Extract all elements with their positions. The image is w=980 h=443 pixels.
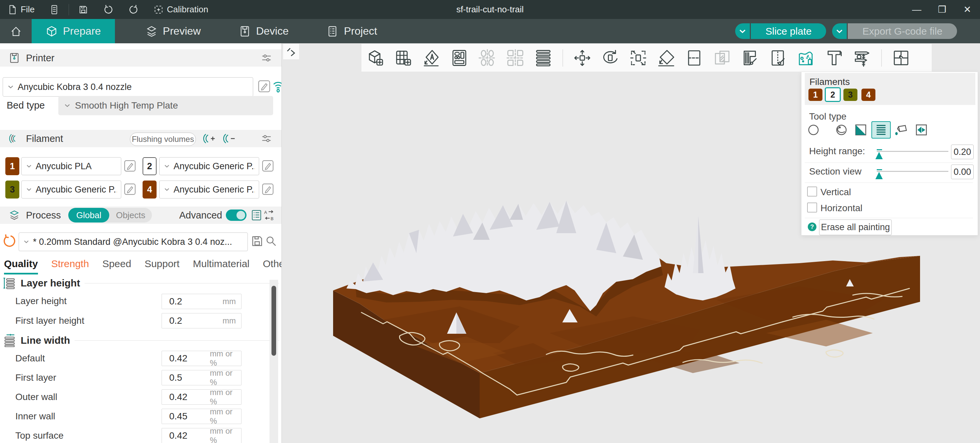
auto-orient-button[interactable] <box>417 49 445 67</box>
filament-3-swatch[interactable]: 3 <box>5 181 19 198</box>
export-gcode-button[interactable]: Export G-code file <box>848 23 957 39</box>
filament-2-select[interactable]: Anycubic Generic P... <box>159 157 259 175</box>
tool-sphere-brush[interactable] <box>834 122 849 137</box>
cut-button[interactable] <box>680 49 708 67</box>
text-tool-button[interactable] <box>820 49 848 67</box>
tool-circle-brush[interactable] <box>806 122 821 137</box>
color-painting-button[interactable] <box>792 49 820 67</box>
tab-multimaterial[interactable]: Multimaterial <box>193 258 250 275</box>
search-settings-button[interactable] <box>264 235 278 248</box>
process-scope-global[interactable]: Global <box>68 208 109 222</box>
height-range-input[interactable] <box>952 146 973 157</box>
slice-plate-dropdown[interactable] <box>735 23 750 39</box>
value-input[interactable] <box>162 315 210 326</box>
support-painting-button[interactable] <box>736 49 764 67</box>
seam-painting-button[interactable] <box>764 49 792 67</box>
parameter-list-icon[interactable] <box>250 209 262 221</box>
compare-ab-icon[interactable]: AB <box>263 209 275 221</box>
edit-filament-1-button[interactable] <box>123 159 137 173</box>
tab-project[interactable]: Project <box>312 19 391 43</box>
reset-profile-button[interactable] <box>2 234 17 248</box>
file-menu[interactable]: File <box>0 0 42 19</box>
filament-settings-icon[interactable] <box>261 133 272 144</box>
edit-filament-3-button[interactable] <box>123 183 137 196</box>
height-range-slider-thumb[interactable] <box>875 152 883 159</box>
printer-select[interactable]: Anycubic Kobra 3 0.4 nozzle <box>3 77 253 97</box>
rotate-button[interactable] <box>596 49 624 67</box>
tab-support[interactable]: Support <box>145 258 180 275</box>
slice-plate-button[interactable]: Slice plate <box>751 23 826 39</box>
remove-filament-button[interactable] <box>223 132 236 145</box>
tab-strength[interactable]: Strength <box>51 258 89 275</box>
undo-button[interactable] <box>95 0 121 19</box>
printer-settings-icon[interactable] <box>261 52 272 64</box>
tool-bucket-fill[interactable] <box>894 122 909 137</box>
height-range-slider[interactable] <box>877 151 948 152</box>
notes-menu[interactable] <box>42 0 67 19</box>
redo-button[interactable] <box>121 0 146 19</box>
maximize-button[interactable]: ❐ <box>929 0 955 19</box>
measure-button[interactable] <box>848 49 876 67</box>
filament-4-swatch[interactable]: 4 <box>143 181 157 198</box>
move-button[interactable] <box>568 49 596 67</box>
calibration-menu[interactable]: Calibration <box>146 0 216 19</box>
advanced-toggle[interactable] <box>226 210 247 221</box>
edit-filament-4-button[interactable] <box>261 183 274 196</box>
tool-gap-fill[interactable] <box>914 122 929 137</box>
value-input[interactable] <box>162 430 210 441</box>
add-object-button[interactable] <box>361 49 390 67</box>
value-input[interactable] <box>162 372 210 383</box>
save-profile-button[interactable] <box>250 235 264 248</box>
section-view-slider-thumb[interactable] <box>875 172 883 179</box>
filament-1-swatch[interactable]: 1 <box>5 157 19 175</box>
erase-all-painting-button[interactable]: Erase all painting <box>819 219 892 235</box>
section-view-slider[interactable] <box>877 171 948 172</box>
value-input[interactable] <box>162 411 210 422</box>
filament-2-swatch[interactable]: 2 <box>143 157 157 175</box>
export-gcode-dropdown[interactable] <box>832 23 847 39</box>
paint-filament-2-selected[interactable]: 2 <box>825 87 841 102</box>
assembly-view-button[interactable] <box>887 49 915 67</box>
horizontal-checkbox[interactable] <box>807 203 817 213</box>
edit-printer-button[interactable] <box>257 79 271 93</box>
close-button[interactable]: ✕ <box>955 0 980 19</box>
save-button[interactable] <box>71 0 95 19</box>
sidebar-scrollbar-thumb[interactable] <box>272 286 276 356</box>
section-view-input[interactable] <box>952 167 973 178</box>
tab-preview[interactable]: Preview <box>132 19 215 43</box>
paint-filament-3[interactable]: 3 <box>843 89 858 101</box>
collapse-sidebar-button[interactable] <box>283 44 299 59</box>
process-profile-select[interactable]: * 0.20mm Standard @Anycubic Kobra 3 0.4 … <box>19 232 248 251</box>
add-plate-button[interactable] <box>390 49 417 67</box>
minimize-button[interactable]: — <box>904 0 929 19</box>
tool-height-range[interactable] <box>872 121 891 138</box>
bed-type-select[interactable]: Smooth High Temp Plate <box>58 96 273 115</box>
tab-speed[interactable]: Speed <box>102 258 131 275</box>
printer-wifi-button[interactable] <box>272 79 282 93</box>
arrange-button[interactable] <box>445 49 473 67</box>
tool-fill-triangle[interactable] <box>853 122 868 137</box>
process-scope-objects[interactable]: Objects <box>109 210 152 221</box>
vertical-checkbox[interactable] <box>807 187 817 197</box>
tab-prepare[interactable]: Prepare <box>32 19 115 43</box>
filament-3-select[interactable]: Anycubic Generic P... <box>21 181 121 198</box>
lay-on-face-button[interactable] <box>652 49 680 67</box>
mesh-boolean-button[interactable] <box>708 49 736 67</box>
tab-quality[interactable]: Quality <box>4 258 38 275</box>
flushing-volumes-button[interactable]: Flushing volumes <box>130 133 196 146</box>
edit-filament-2-button[interactable] <box>261 159 274 173</box>
filament-4-select[interactable]: Anycubic Generic P... <box>159 181 259 198</box>
value-input[interactable] <box>162 353 210 364</box>
value-input[interactable] <box>162 296 210 307</box>
variable-layer-height-button[interactable] <box>529 49 557 67</box>
tab-others[interactable]: Others <box>263 258 282 275</box>
split-to-objects-button[interactable] <box>473 49 501 67</box>
paint-filament-1[interactable]: 1 <box>808 89 822 101</box>
scale-button[interactable] <box>624 49 652 67</box>
home-button[interactable] <box>0 19 32 43</box>
tab-device[interactable]: Device <box>225 19 303 43</box>
split-to-parts-button[interactable] <box>501 49 529 67</box>
paint-filament-4[interactable]: 4 <box>861 89 875 101</box>
value-input[interactable] <box>162 391 210 403</box>
add-filament-button[interactable] <box>202 132 216 145</box>
